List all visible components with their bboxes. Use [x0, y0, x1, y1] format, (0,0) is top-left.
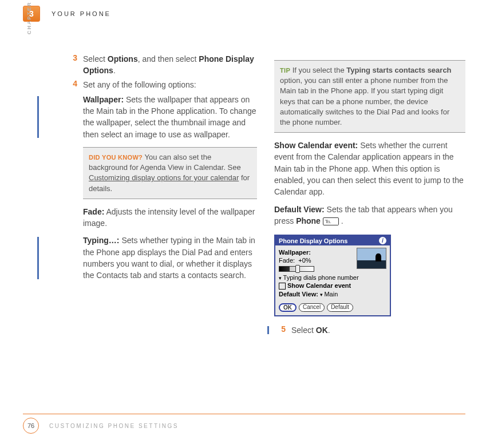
text: .: [328, 326, 330, 335]
calendar-link[interactable]: Customizing display options for your cal…: [89, 173, 239, 182]
wallpaper-option: Wallpaper: Sets the wallpaper that appea…: [83, 94, 257, 140]
step-number: 4: [66, 79, 83, 90]
default-view-row[interactable]: Default View: ▾ Main: [279, 291, 386, 298]
text: , and then select: [138, 54, 199, 64]
text: .: [113, 66, 116, 75]
ok-button[interactable]: OK: [279, 303, 297, 312]
typing-option: Typing…: Sets whether typing in the Main…: [83, 235, 257, 281]
step-4: 4 Set any of the following options:: [66, 79, 257, 90]
step-3: 3 Select Options, and then select Phone …: [66, 53, 257, 77]
typing-dropdown-value: Typing dials phone number: [283, 274, 359, 281]
phone-key-icon: ℡: [323, 217, 339, 225]
typing-dropdown[interactable]: ▾ Typing dials phone number: [279, 274, 386, 281]
tip-label: TIP: [280, 67, 290, 74]
typing-contacts-label: Typing starts contacts search: [346, 66, 451, 74]
checkbox-icon: [279, 283, 286, 290]
did-you-know-box: DID YOU KNOW? You can also set the backg…: [83, 147, 257, 199]
dialog-title: Phone Display Options: [279, 237, 347, 244]
show-calendar-text: Show Calendar event: [287, 282, 351, 289]
ss-fade-value: +0%: [298, 257, 311, 264]
text: Select: [291, 326, 316, 335]
right-column: TIP If you select the Typing starts cont…: [274, 53, 465, 339]
default-view-label: Default View:: [274, 205, 325, 214]
default-button[interactable]: Default: [327, 303, 353, 312]
text: Adjusts the intensity level of the wallp…: [83, 207, 255, 228]
fade-slider[interactable]: [279, 266, 314, 272]
tip-box: TIP If you select the Typing starts cont…: [274, 60, 465, 133]
typing-label: Typing…:: [83, 236, 120, 245]
wallpaper-thumbnail[interactable]: [357, 248, 386, 269]
text: If you select the: [290, 66, 346, 74]
dialog-buttons: OK Cancel Default: [275, 301, 390, 315]
fade-label: Fade:: [83, 207, 104, 216]
device-screenshot: Phone Display Options i Wallpaper: Fade:…: [274, 235, 391, 316]
left-column: 3 Select Options, and then select Phone …: [66, 53, 257, 339]
step-text: Select OK.: [291, 324, 465, 336]
ok-label: OK: [316, 326, 328, 335]
page-footer: 76 CUSTOMIZING PHONE SETTINGS: [23, 414, 465, 434]
step-5: 5 Select OK.: [274, 324, 465, 336]
phone-bold: Phone: [296, 216, 321, 225]
options-label: Options: [108, 54, 138, 64]
dialog-title-bar: Phone Display Options i: [275, 236, 390, 245]
text: .: [339, 216, 343, 225]
show-calendar-option: Show Calendar event: Sets whether the cu…: [274, 140, 465, 197]
text: option, you can still enter a phone numb…: [280, 76, 449, 126]
footer-section-title: CUSTOMIZING PHONE SETTINGS: [49, 423, 179, 429]
wallpaper-label: Wallpaper:: [83, 95, 124, 104]
running-head-title: YOUR PHONE: [52, 10, 111, 17]
info-icon[interactable]: i: [379, 237, 386, 244]
chapter-side-label: CHAPTER: [26, 1, 32, 34]
step-number: 3: [66, 53, 83, 77]
text: Select: [83, 54, 108, 64]
did-you-know-label: DID YOU KNOW?: [89, 154, 143, 161]
ss-default-view-label: Default View:: [279, 291, 318, 298]
default-view-option: Default View: Sets the tab that appears …: [274, 204, 465, 227]
step-text: Set any of the following options:: [83, 79, 257, 90]
ss-fade-label: Fade:: [279, 257, 295, 264]
page-number: 76: [23, 418, 39, 434]
show-calendar-checkbox[interactable]: Show Calendar event: [279, 282, 386, 290]
show-calendar-label: Show Calendar event:: [274, 141, 358, 150]
cancel-button[interactable]: Cancel: [299, 303, 325, 312]
step-number: 5: [274, 324, 291, 336]
fade-option: Fade: Adjusts the intensity level of the…: [83, 206, 257, 229]
ss-default-view-value: Main: [324, 291, 338, 298]
chapter-header: 3 YOUR PHONE: [23, 6, 465, 22]
step-text: Select Options, and then select Phone Di…: [83, 53, 257, 77]
